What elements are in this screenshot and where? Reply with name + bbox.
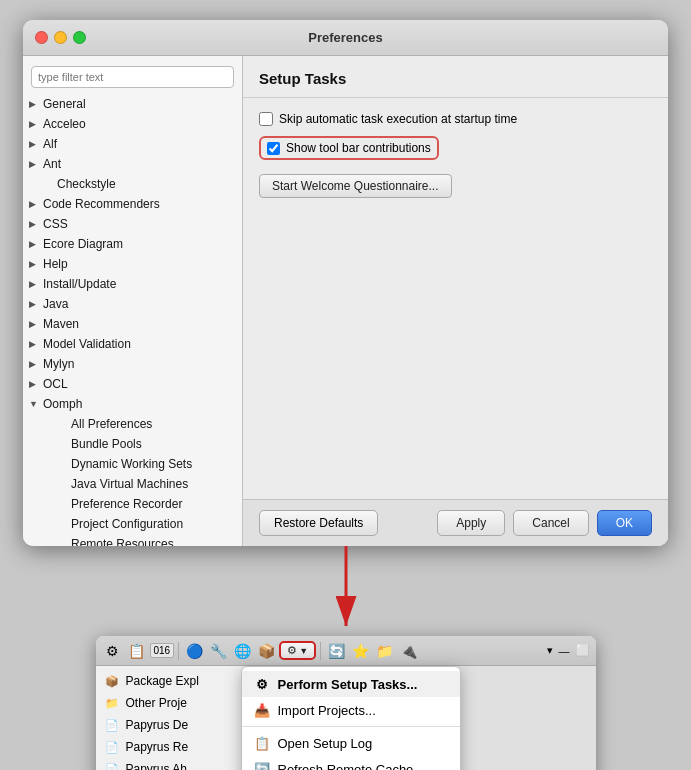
menu-item-perform-setup[interactable]: ⚙ Perform Setup Tasks... xyxy=(242,671,460,697)
sidebar-item-install-update[interactable]: ▶Install/Update xyxy=(23,274,242,294)
restore-defaults-button[interactable]: Restore Defaults xyxy=(259,510,378,536)
sidebar-item-oomph[interactable]: ▼Oomph xyxy=(23,394,242,414)
menu-item-label: Refresh Remote Cache xyxy=(278,762,414,771)
sidebar-item-help[interactable]: ▶Help xyxy=(23,254,242,274)
sidebar-tree: ▶General▶Acceleo▶Alf▶AntCheckstyle▶Code … xyxy=(23,94,242,546)
sidebar-item-css[interactable]: ▶CSS xyxy=(23,214,242,234)
sidebar-label-css: CSS xyxy=(43,216,68,232)
show-toolbar-checkbox[interactable] xyxy=(267,142,280,155)
setup-tasks-toolbar: ⚙ ▼ xyxy=(279,641,316,660)
sidebar-item-project-configuration[interactable]: Project Configuration xyxy=(23,514,242,534)
sidebar-label-all-preferences: All Preferences xyxy=(71,416,152,432)
tree-arrow-ant: ▶ xyxy=(29,156,43,172)
menu-item-label: Import Projects... xyxy=(278,703,376,718)
tree-arrow-maven: ▶ xyxy=(29,316,43,332)
toolbar-icon-9[interactable]: 📁 xyxy=(373,640,395,662)
toolbar-icon-4[interactable]: 🔧 xyxy=(207,640,229,662)
tree-arrow-java: ▶ xyxy=(29,296,43,312)
sidebar-label-preference-recorder: Preference Recorder xyxy=(71,496,182,512)
filter-input[interactable] xyxy=(31,66,234,88)
toolbar-icon-10[interactable]: 🔌 xyxy=(397,640,419,662)
menu-item-import[interactable]: 📥 Import Projects... xyxy=(242,697,460,723)
toolbar-min-icon[interactable]: — xyxy=(559,645,570,657)
toolbar-icon-7[interactable]: 🔄 xyxy=(325,640,347,662)
bottom-content: 📦 Package Expl 📁 Other Proje 📄 Papyrus D… xyxy=(96,666,596,770)
sidebar-item-java-virtual-machines[interactable]: Java Virtual Machines xyxy=(23,474,242,494)
highlighted-checkbox-row: Show tool bar contributions xyxy=(259,136,439,160)
sidebar-item-ant[interactable]: ▶Ant xyxy=(23,154,242,174)
sidebar-item-mylyn[interactable]: ▶Mylyn xyxy=(23,354,242,374)
tree-arrow-oomph: ▼ xyxy=(29,396,43,412)
sidebar-item-model-validation[interactable]: ▶Model Validation xyxy=(23,334,242,354)
sidebar-label-java: Java xyxy=(43,296,68,312)
content-area: Skip automatic task execution at startup… xyxy=(243,98,668,499)
tree-arrow-install-update: ▶ xyxy=(29,276,43,292)
toolbar-sep-2 xyxy=(320,642,321,660)
toolbar-icon-1[interactable]: ⚙ xyxy=(102,640,124,662)
sidebar-label-model-validation: Model Validation xyxy=(43,336,131,352)
apply-button[interactable]: Apply xyxy=(437,510,505,536)
toolbar-icon-5[interactable]: 🌐 xyxy=(231,640,253,662)
sidebar-item-maven[interactable]: ▶Maven xyxy=(23,314,242,334)
bottom-toolbar: ⚙ 📋 016 🔵 🔧 🌐 📦 ⚙ ▼ 🔄 ⭐ 📁 🔌 ▾ — ⬜ xyxy=(96,636,596,666)
toolbar-icon-3[interactable]: 🔵 xyxy=(183,640,205,662)
tree-arrow-general: ▶ xyxy=(29,96,43,112)
sidebar-item-alf[interactable]: ▶Alf xyxy=(23,134,242,154)
toolbar-icon-2[interactable]: 📋 xyxy=(126,640,148,662)
sidebar-item-java[interactable]: ▶Java xyxy=(23,294,242,314)
tree-arrow-alf: ▶ xyxy=(29,136,43,152)
sidebar-item-general[interactable]: ▶General xyxy=(23,94,242,114)
skip-task-label: Skip automatic task execution at startup… xyxy=(279,112,517,126)
sidebar-label-dynamic-working-sets: Dynamic Working Sets xyxy=(71,456,192,472)
show-toolbar-label: Show tool bar contributions xyxy=(286,141,431,155)
toolbar-max-icon[interactable]: ⬜ xyxy=(576,644,590,657)
dialog-footer: Restore Defaults Apply Cancel OK xyxy=(243,499,668,546)
sidebar-item-ocl[interactable]: ▶OCL xyxy=(23,374,242,394)
dropdown-menu: ⚙ Perform Setup Tasks... 📥 Import Projec… xyxy=(241,666,461,770)
sidebar-item-remote-resources[interactable]: Remote Resources xyxy=(23,534,242,546)
maximize-button[interactable] xyxy=(73,31,86,44)
sidebar-label-java-virtual-machines: Java Virtual Machines xyxy=(71,476,188,492)
pane-item-label: Other Proje xyxy=(126,696,187,710)
cancel-button[interactable]: Cancel xyxy=(513,510,588,536)
tree-arrow-ocl: ▶ xyxy=(29,376,43,392)
setup-tasks-toolbar-button[interactable]: ⚙ ▼ xyxy=(279,641,316,660)
sidebar-item-code-recommenders[interactable]: ▶Code Recommenders xyxy=(23,194,242,214)
content-title: Setup Tasks xyxy=(243,56,668,98)
menu-item-open-log[interactable]: 📋 Open Setup Log xyxy=(242,730,460,756)
sidebar-item-acceleo[interactable]: ▶Acceleo xyxy=(23,114,242,134)
pane-item-label: Papyrus Ah xyxy=(126,762,187,770)
sidebar-item-all-preferences[interactable]: All Preferences xyxy=(23,414,242,434)
toolbar-icon-8[interactable]: ⭐ xyxy=(349,640,371,662)
toolbar-badge: 016 xyxy=(150,643,175,658)
close-button[interactable] xyxy=(35,31,48,44)
traffic-lights xyxy=(35,31,86,44)
checkbox-row-1: Skip automatic task execution at startup… xyxy=(259,112,652,126)
sidebar-label-mylyn: Mylyn xyxy=(43,356,74,372)
minimize-button[interactable] xyxy=(54,31,67,44)
sidebar-item-checkstyle[interactable]: Checkstyle xyxy=(23,174,242,194)
arrow-svg xyxy=(306,546,386,636)
sidebar-label-alf: Alf xyxy=(43,136,57,152)
sidebar-item-preference-recorder[interactable]: Preference Recorder xyxy=(23,494,242,514)
tree-arrow-acceleo: ▶ xyxy=(29,116,43,132)
other-icon: 📁 xyxy=(104,695,120,711)
bottom-window: ⚙ 📋 016 🔵 🔧 🌐 📦 ⚙ ▼ 🔄 ⭐ 📁 🔌 ▾ — ⬜ xyxy=(96,636,596,770)
sidebar-label-checkstyle: Checkstyle xyxy=(57,176,116,192)
sidebar-label-oomph: Oomph xyxy=(43,396,82,412)
sidebar-item-bundle-pools[interactable]: Bundle Pools xyxy=(23,434,242,454)
import-icon: 📥 xyxy=(254,702,270,718)
toolbar-icon-6[interactable]: 📦 xyxy=(255,640,277,662)
menu-separator xyxy=(242,726,460,727)
skip-task-checkbox[interactable] xyxy=(259,112,273,126)
sidebar-item-dynamic-working-sets[interactable]: Dynamic Working Sets xyxy=(23,454,242,474)
papyrus1-icon: 📄 xyxy=(104,717,120,733)
sidebar-item-ecore-diagram[interactable]: ▶Ecore Diagram xyxy=(23,234,242,254)
ok-button[interactable]: OK xyxy=(597,510,652,536)
arrow-area xyxy=(0,546,691,636)
toolbar-collapse-icon[interactable]: ▾ xyxy=(547,644,553,657)
welcome-questionnaire-button[interactable]: Start Welcome Questionnaire... xyxy=(259,174,452,198)
sidebar-label-help: Help xyxy=(43,256,68,272)
papyrus2-icon: 📄 xyxy=(104,739,120,755)
menu-item-refresh[interactable]: 🔄 Refresh Remote Cache xyxy=(242,756,460,770)
